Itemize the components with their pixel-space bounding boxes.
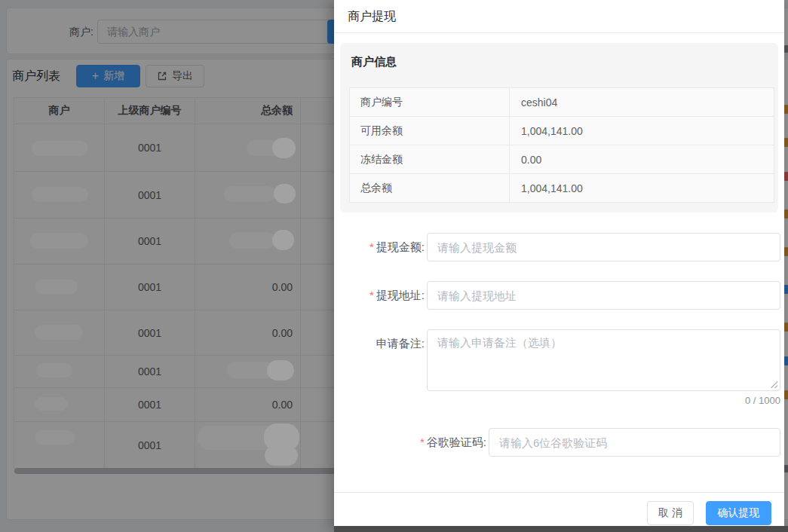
withdraw-address-label: *提现地址:: [349, 281, 425, 310]
merchant-info-title: 商户信息: [351, 55, 397, 69]
drawer-footer: 取 消 确认提现: [334, 492, 784, 526]
google-code-label: *谷歌验证码:: [349, 428, 486, 457]
app-screen: 商户: 商户列表 + 新增 导出 商户上级商户编号总余额 00010001000…: [0, 0, 788, 532]
drawer-title: 商户提现: [348, 0, 396, 33]
google-code-input[interactable]: [489, 428, 780, 457]
confirm-withdraw-button[interactable]: 确认提现: [706, 501, 771, 525]
merchant-info-table: 商户编号ceshi04可用余额1,004,141.00冻结金额0.00总余额1,…: [349, 87, 774, 203]
info-label: 可用余额: [350, 117, 510, 145]
withdraw-drawer: 商户提现 商户信息 商户编号ceshi04可用余额1,004,141.00冻结金…: [334, 0, 784, 532]
withdraw-amount-label: *提现金额:: [349, 233, 425, 261]
required-mark: *: [420, 436, 425, 448]
info-label: 总余额: [350, 174, 510, 203]
required-mark: *: [369, 240, 374, 253]
bottom-scrollbar-strip[interactable]: [334, 526, 788, 532]
char-counter: 0 / 1000: [630, 395, 780, 406]
info-label: 商户编号: [350, 88, 510, 117]
remark-label: 申请备注:: [349, 329, 425, 358]
required-mark: *: [369, 289, 374, 301]
drawer-header: 商户提现: [334, 0, 784, 33]
cancel-button[interactable]: 取 消: [647, 501, 694, 525]
withdraw-address-input[interactable]: [427, 281, 780, 310]
withdraw-amount-input[interactable]: [427, 233, 780, 261]
info-row: 可用余额1,004,141.00: [350, 117, 774, 145]
info-row: 冻结金额0.00: [350, 145, 774, 174]
info-value: 1,004,141.00: [510, 174, 774, 203]
info-row: 总余额1,004,141.00: [350, 174, 774, 203]
merchant-info-card: 商户信息 商户编号ceshi04可用余额1,004,141.00冻结金额0.00…: [340, 43, 778, 212]
info-row: 商户编号ceshi04: [350, 88, 774, 117]
remark-textarea[interactable]: [427, 329, 780, 391]
info-value: ceshi04: [510, 88, 774, 117]
info-value: 1,004,141.00: [510, 117, 774, 145]
info-value: 0.00: [510, 145, 774, 174]
info-label: 冻结金额: [350, 145, 510, 174]
